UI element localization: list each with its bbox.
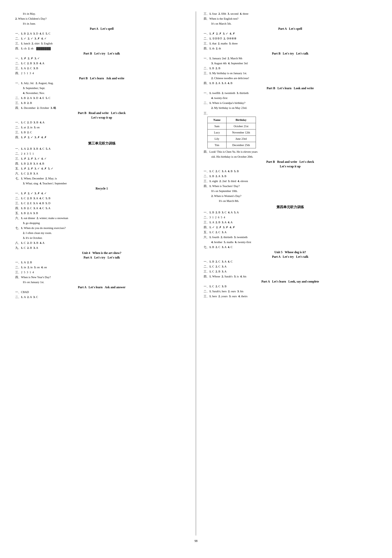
line: 4. twenty-first	[204, 96, 377, 100]
line: 一、1. ✗ 2. ✓ 3. ✗ 4. ✓	[15, 191, 188, 196]
line: 四、1. December 2. October 3. 略	[15, 106, 188, 110]
section-heading: Part A Let's spell	[15, 27, 188, 31]
line: 一、1. C 2. C 3. A 4. B 5. B	[204, 169, 377, 174]
line: 一、1. B 2. A 3. D 4. E 5. C	[15, 31, 188, 36]
line: 一、CBAD	[15, 290, 188, 294]
line: 二、3 1 2 6 5 4	[204, 215, 377, 220]
line: 七、1. When; December 2. May; is	[15, 176, 188, 181]
line: It's on March 5th.	[204, 21, 377, 26]
section-heading: Part B Read and write Let's check	[15, 111, 188, 115]
line: 一、1. ✗ 2. ✗ 3. ✓ 4. ✗	[204, 31, 377, 36]
line: 三、1. lunch 2. shirt 3. English	[15, 41, 188, 46]
line: 四、1. B 2. B 3. A 4. B	[15, 161, 188, 166]
line: 五、1. B 2. A 3. B	[15, 211, 188, 215]
line: 六、1. eat dinner 2. winter; make a snowma…	[15, 216, 188, 220]
line: 一、1. July; Jul. 2. August; Aug.	[15, 81, 188, 85]
section-heading: Unit 5 Whose dog is it?	[204, 251, 377, 254]
line: 四、1. ch 2. sh ▓▓▓▓▓▓▓	[15, 46, 188, 51]
section-heading: Part A Let's learn Ask and answer	[15, 286, 188, 289]
table-header-birthday: Birthday	[226, 117, 256, 123]
line: 五、1. C 2. C 3. A	[204, 230, 377, 235]
line: It's on March 8th.	[204, 199, 377, 203]
section-heading: Part B Let's learn Ask and write	[15, 77, 188, 80]
line: 三、1. C 2. E 3. A 4. B 5. D	[15, 201, 188, 206]
line: 3. September; Sept.	[15, 86, 188, 90]
subheading: Let's wrap it up	[15, 116, 188, 119]
line: 二、1. at 2. in 3. on	[15, 125, 188, 130]
line: 2. When is Women's Day?	[204, 194, 377, 198]
line: 二、1. C 2. B 3. A 4. C 5. B	[15, 196, 188, 201]
line: It's on September 10th.	[204, 189, 377, 193]
line: 三、1. A 2. C 3. B	[15, 66, 188, 70]
line: 2. My birthday is on May 23rd.	[204, 106, 377, 110]
line: 一、1. A 2. B	[15, 260, 188, 265]
line: 2. When is Children's Day?	[15, 16, 188, 21]
line: 一、1. January 2nd 2. March 9th	[204, 56, 377, 61]
table-row: Sam October 21st	[208, 123, 256, 130]
line: 3. What; sing 4. Teachers'; September	[15, 181, 188, 186]
line: 三、2 5 3 1 4	[15, 270, 188, 275]
line: 三、1. hers 2. yours 3. ours 4. theirs	[204, 294, 377, 298]
section-heading: Part B Let's try Let's talk	[15, 52, 188, 55]
table-cell-name: Tim	[208, 142, 226, 148]
section-heading: Part A Let's spell	[204, 27, 377, 31]
line: 三、 Name Birthday Sam October 21st	[204, 111, 377, 148]
line: 一、1. ✗ 2. ✗ 3. ✓	[15, 56, 188, 61]
line: 二、1. ①②⑤⑦ 2. ③④⑥⑧	[204, 36, 377, 41]
section-heading: Part B Read and write Let's check	[204, 160, 377, 164]
line: 一、1. twelfth 2. twentieth 3. thirtieth	[204, 91, 377, 95]
line: 三、1. eight 2. 2nd 3. third 4. eleven	[204, 179, 377, 183]
line: 八、1. C 2. D 3. B 4. A	[15, 241, 188, 245]
table-cell-name: Lucy	[208, 130, 226, 136]
line: 九、1. C 2. B 3. A	[15, 245, 188, 250]
right-column: 三、1. four 2. fifth 3. second 4. three 四、…	[196, 11, 377, 535]
table-row: Lily June 23rd	[208, 136, 256, 142]
line: It's on January 1st.	[15, 280, 188, 284]
line: It's in June.	[15, 21, 188, 26]
line: 四、1. B 2. A 3. A 4. B	[204, 81, 377, 85]
line: 六、1. fourth 2. thirtieth 3. twentieth	[204, 235, 377, 239]
table-cell-birthday: October 21st	[226, 123, 256, 130]
line: 三、1. that 2. maths 3. three	[204, 41, 377, 46]
chinese-heading: 第三单元听力训练	[15, 141, 188, 146]
line: 二、1. B 2. B	[204, 66, 377, 70]
line: 三、1. My birthday is on January 1st.	[204, 71, 377, 76]
line: 3. August 4th 4. September 3rd	[204, 61, 377, 66]
line: 三、1. four 2. fifth 3. second 4. three	[204, 11, 377, 16]
columns: It's in May. 2. When is Children's Day? …	[15, 11, 377, 535]
line: 二、1. C 2. B 3. B 4. A	[15, 61, 188, 66]
line: 二、1. B 2. A 3. D 4. E 5. C	[15, 96, 188, 100]
table-header-name: Name	[208, 117, 226, 123]
line: 一、1. C 2. C 3. B	[204, 284, 377, 289]
section-heading: Unit 4 When is the art show?	[15, 251, 188, 255]
page: It's in May. 2. When is Children's Day? …	[0, 0, 392, 558]
line: 4. November; Nov.	[15, 91, 188, 95]
table-cell-name: Sam	[208, 123, 226, 130]
line: 三、1. A 2. B 3. A 4. A	[204, 220, 377, 225]
line: It's in May.	[15, 11, 188, 16]
line: 3. go shopping	[15, 221, 188, 225]
table-row: Lucy November 12th	[208, 130, 256, 136]
line: 四、When is the English test?	[204, 16, 377, 21]
line: 二、1. B 2. A 3. B	[204, 174, 377, 178]
line: 二、1. C 2. C 3. A	[204, 264, 377, 269]
line: 一、1. B 2. B 3. C 4. A 5. A	[204, 210, 377, 215]
line: 一、1. B 2. C 3. A 4. C	[204, 259, 377, 264]
line: 三、1. C 2. B 3. A	[204, 269, 377, 274]
left-column: It's in May. 2. When is Children's Day? …	[15, 11, 196, 535]
subheading: Let's wrap it up	[204, 165, 377, 168]
section-heading: Part B Let's learn Look and write	[204, 87, 377, 90]
line: 一、1. A 2. B 3. B 4. C 5. A	[15, 146, 188, 151]
line: old. His birthday is on October 20th.	[204, 154, 377, 159]
line: 二、1. Sarah's; hers 2. ours 3. his	[204, 289, 377, 294]
line: 四、2 5 1 3 4	[15, 71, 188, 76]
line: 2. I often clean my room.	[15, 231, 188, 235]
page-number: 98	[15, 539, 377, 543]
line: 四、1. ✗ 2. ✓ 3. ✗ 4. ✗	[15, 135, 188, 140]
birthday-table: Name Birthday Sam October 21st Lucy Nove…	[208, 117, 256, 148]
line: 二、1. in 2. in 3. on 4. on	[15, 265, 188, 270]
line: 2. Chinese noodles are delicious!	[204, 76, 377, 80]
line: 4. brother 5. maths 6. twenty-first	[204, 240, 377, 244]
table-row: Tim December 25th	[208, 142, 256, 148]
line: 四、When is New Year's Day?	[15, 275, 188, 279]
